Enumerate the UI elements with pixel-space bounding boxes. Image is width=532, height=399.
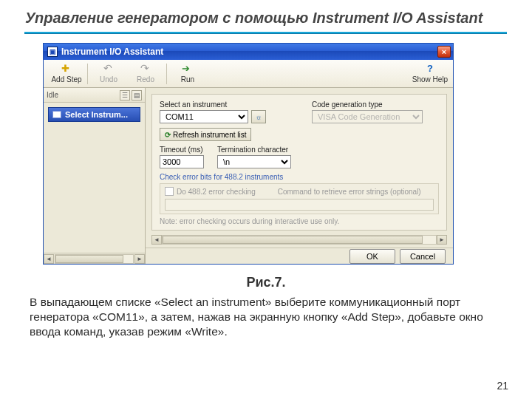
- timeout-label: Timeout (ms): [160, 146, 204, 154]
- body-text: В выпадающем списке «Select an instrumen…: [30, 295, 502, 338]
- undo-button[interactable]: Undo: [90, 61, 127, 86]
- add-step-button[interactable]: Add Step: [48, 61, 85, 86]
- page-number: 21: [497, 380, 508, 392]
- right-scrollbar[interactable]: ◄ ►: [151, 235, 447, 245]
- screenshot: ▣ Instrument I/O Assistant × Add Step Un…: [43, 43, 454, 265]
- undo-icon: [103, 64, 115, 75]
- left-scrollbar[interactable]: ◄ ►: [44, 253, 145, 264]
- codegen-group: Code generation type VISA Code Generatio…: [312, 100, 437, 123]
- run-icon: [182, 64, 194, 75]
- toolbar: Add Step Undo Redo Run: [44, 60, 453, 88]
- termchar-label: Termination character: [217, 146, 291, 154]
- tool-icon-1[interactable]: ☰: [120, 90, 130, 100]
- codegen-select: VISA Code Generation: [312, 110, 423, 123]
- step-select-instrument[interactable]: Select Instrum...: [48, 107, 140, 122]
- redo-button[interactable]: Redo: [127, 61, 164, 86]
- undo-label: Undo: [100, 75, 117, 83]
- termchar-select[interactable]: \n: [217, 155, 291, 168]
- step-label: Select Instrum...: [65, 110, 128, 119]
- timeout-input[interactable]: [160, 155, 204, 168]
- codegen-label: Code generation type: [312, 100, 437, 109]
- add-step-label: Add Step: [51, 75, 81, 83]
- app-icon: ▣: [47, 47, 58, 57]
- step-area: Select Instrum...: [44, 103, 145, 253]
- redo-label: Redo: [137, 75, 154, 83]
- title-underline: [24, 32, 507, 34]
- error-check-subpanel: Do 488.2 error checking Command to retri…: [160, 183, 439, 214]
- show-help-label: Show Help: [412, 75, 448, 83]
- instrument-properties-button[interactable]: ☼: [251, 110, 266, 123]
- titlebar: ▣ Instrument I/O Assistant ×: [44, 44, 453, 60]
- slide-title: Управление генератором с помощью Instrum…: [25, 9, 507, 27]
- window-title: Instrument I/O Assistant: [61, 47, 437, 57]
- toolbar-separator: [166, 64, 167, 84]
- status-text: Idle: [47, 91, 58, 99]
- step-icon: [52, 111, 61, 118]
- config-panel: Code generation type VISA Code Generatio…: [151, 94, 447, 231]
- step-list-pane: Idle ☰ ▤ Select Instrum... ◄: [44, 88, 146, 264]
- do-error-checking-checkbox[interactable]: Do 488.2 error checking: [165, 187, 256, 196]
- ok-button[interactable]: OK: [349, 249, 395, 264]
- checkbox-box: [165, 187, 174, 196]
- scroll-right-icon[interactable]: ►: [134, 254, 145, 264]
- config-pane: Code generation type VISA Code Generatio…: [146, 88, 453, 264]
- scroll-left-icon[interactable]: ◄: [151, 235, 162, 245]
- refresh-label: Refresh instrument list: [173, 131, 246, 139]
- dialog-footer: OK Cancel: [146, 248, 453, 264]
- scroll-right-icon[interactable]: ►: [437, 235, 447, 245]
- help-icon: [424, 64, 436, 75]
- run-label: Run: [181, 75, 194, 83]
- redo-icon: [140, 64, 151, 75]
- error-check-note: Note: error checking occurs during inter…: [160, 217, 439, 225]
- dialog-window: ▣ Instrument I/O Assistant × Add Step Un…: [43, 43, 454, 265]
- show-help-button[interactable]: Show Help: [412, 61, 449, 86]
- toolbar-separator: [87, 64, 88, 84]
- command-placeholder-label: Command to retrieve error strings (optio…: [278, 188, 421, 196]
- status-bar: Idle ☰ ▤: [44, 88, 145, 103]
- close-button[interactable]: ×: [437, 46, 451, 58]
- refresh-icon: ⟳: [165, 131, 171, 139]
- plus-icon: [61, 64, 72, 75]
- cancel-button[interactable]: Cancel: [400, 249, 446, 264]
- figure-caption: Рис.7.: [25, 275, 507, 290]
- tool-icon-2[interactable]: ▤: [132, 90, 142, 100]
- run-button[interactable]: Run: [169, 61, 206, 86]
- error-command-input: [165, 199, 434, 211]
- error-check-section-title: Check error bits for 488.2 instruments: [160, 173, 439, 181]
- scroll-left-icon[interactable]: ◄: [44, 254, 54, 264]
- refresh-instrument-list-button[interactable]: ⟳ Refresh instrument list: [160, 128, 251, 141]
- select-instrument-dropdown[interactable]: COM11: [160, 110, 248, 123]
- gear-icon: ☼: [255, 113, 262, 121]
- do-error-checking-label: Do 488.2 error checking: [177, 188, 256, 196]
